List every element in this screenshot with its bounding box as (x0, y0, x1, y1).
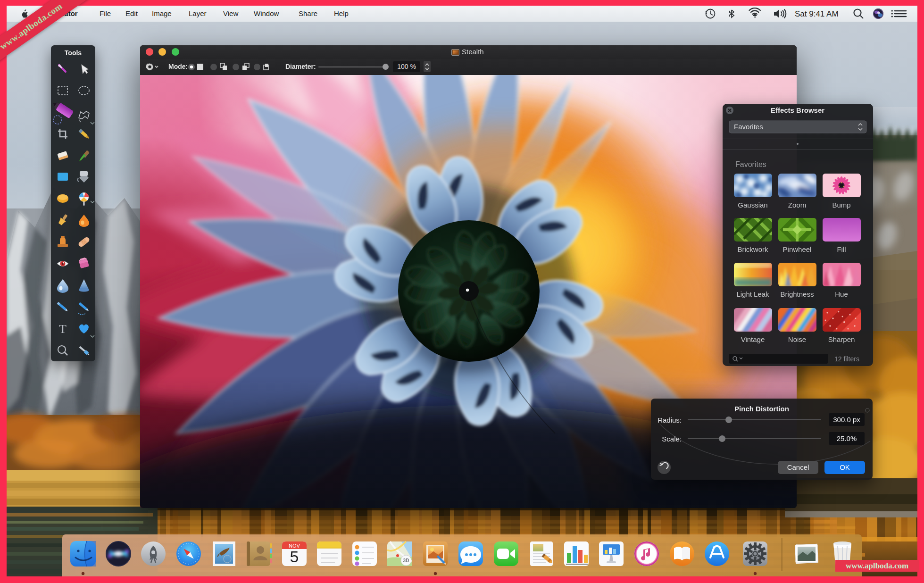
svg-text:Fill: Fill (837, 245, 846, 253)
svg-text:3D: 3D (403, 558, 409, 563)
svg-text:Radius:: Radius: (658, 416, 682, 424)
svg-text:Sharpen: Sharpen (828, 335, 855, 343)
svg-text:Effects Browser: Effects Browser (771, 106, 824, 114)
svg-text:Sat 9:41 AM: Sat 9:41 AM (795, 9, 839, 18)
svg-text:Scale:: Scale: (662, 435, 682, 443)
svg-text:Light Leak: Light Leak (736, 290, 769, 298)
svg-text:Pinch Distortion: Pinch Distortion (734, 405, 789, 413)
svg-text:300.0 px: 300.0 px (833, 416, 860, 424)
svg-text:T: T (59, 322, 67, 336)
svg-text:Cancel: Cancel (787, 463, 809, 471)
svg-text:Noise: Noise (788, 335, 806, 343)
svg-text:12 filters: 12 filters (834, 355, 859, 363)
svg-text:Vintage: Vintage (741, 335, 765, 343)
svg-text:Zoom: Zoom (788, 201, 806, 209)
svg-text:5: 5 (290, 548, 299, 566)
svg-text:Pinwheel: Pinwheel (783, 245, 812, 253)
svg-text:Gaussian: Gaussian (738, 201, 767, 209)
svg-text:Brickwork: Brickwork (737, 245, 768, 253)
svg-text:Favorites: Favorites (735, 160, 766, 168)
svg-text:25.0%: 25.0% (837, 434, 857, 442)
svg-text:Brightness: Brightness (781, 290, 814, 298)
svg-text:OK: OK (840, 463, 850, 471)
svg-text:Hue: Hue (835, 290, 848, 298)
svg-text:Bump: Bump (832, 201, 850, 209)
svg-text:Favorites: Favorites (734, 123, 763, 131)
